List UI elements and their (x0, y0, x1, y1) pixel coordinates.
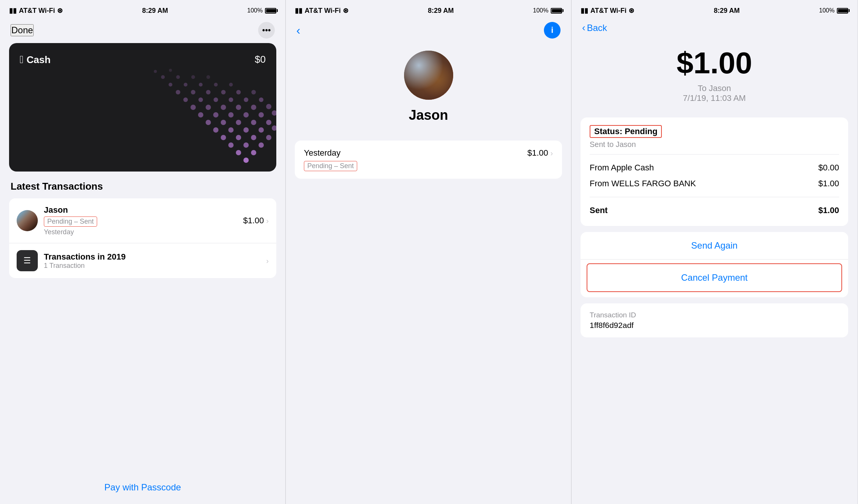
transaction-amount: $1.00 (243, 216, 264, 226)
section-title-transactions: Latest Transactions (0, 181, 285, 198)
battery-2: 100% (533, 7, 562, 14)
svg-point-50 (176, 75, 180, 79)
svg-point-20 (198, 112, 203, 117)
transactions-group-icon: ☰ (17, 250, 38, 271)
avatar-image (404, 51, 453, 100)
svg-point-52 (206, 75, 210, 79)
back-chevron-icon: ‹ (582, 22, 585, 34)
pay-passcode-button[interactable]: Pay with Passcode (0, 471, 285, 504)
svg-point-41 (221, 90, 226, 94)
svg-point-7 (236, 135, 241, 140)
pending-badge: Pending – Sent (304, 161, 357, 171)
detail-card: Status: Pending Sent to Jason From Apple… (581, 117, 848, 226)
svg-point-6 (221, 135, 226, 140)
signal-icon-1: ▮▮ (9, 6, 17, 15)
svg-point-42 (236, 90, 241, 94)
amount-to: To Jason (582, 83, 847, 93)
svg-point-53 (154, 70, 157, 73)
status-label: Status: Pending (590, 125, 662, 138)
svg-point-29 (236, 105, 241, 110)
wifi-icon-2: ⊛ (343, 6, 348, 15)
transaction-list: Jason Pending – Sent Yesterday $1.00 › ☰… (9, 198, 276, 278)
battery-icon-3 (837, 8, 848, 14)
svg-point-38 (176, 90, 180, 94)
chevron-right-icon-3: › (550, 149, 553, 158)
signal-icon-2: ▮▮ (295, 6, 302, 15)
transaction-group-subtitle: 1 Transaction (44, 262, 260, 270)
apple-cash-card:  Cash $0 /* dots generated via JS below… (9, 43, 276, 172)
battery-1: 100% (247, 7, 276, 14)
transaction-group-name: Transactions in 2019 (44, 252, 260, 262)
svg-point-51 (191, 75, 195, 79)
yesterday-label: Yesterday (304, 148, 341, 158)
carrier-2: ▮▮ AT&T Wi-Fi ⊛ (295, 6, 348, 15)
nav-bar-2: ‹ i (286, 19, 571, 43)
svg-point-47 (214, 83, 218, 87)
sent-value: $1.00 (818, 206, 839, 215)
svg-point-27 (206, 105, 211, 110)
more-button[interactable]: ••• (258, 22, 275, 39)
amount-date: 7/1/19, 11:03 AM (582, 93, 847, 103)
transaction-item-2019[interactable]: ☰ Transactions in 2019 1 Transaction › (9, 243, 276, 278)
svg-point-2 (251, 150, 256, 155)
svg-point-36 (244, 97, 248, 102)
divider-2 (590, 197, 839, 197)
yesterday-amount-row: $1.00 › (527, 148, 553, 158)
svg-point-15 (206, 120, 211, 125)
sent-total-row: Sent $1.00 (590, 203, 839, 218)
info-button[interactable]: i (544, 22, 561, 39)
transaction-date: Yesterday (44, 228, 237, 236)
svg-point-14 (272, 125, 276, 131)
back-button-2[interactable]: ‹ (296, 23, 300, 37)
send-again-button[interactable]: Send Again (581, 232, 848, 260)
from-wells-label: From WELLS FARGO BANK (590, 179, 696, 189)
transaction-item-jason[interactable]: Jason Pending – Sent Yesterday $1.00 › (9, 198, 276, 243)
transaction-id-value: 1ff8f6d92adf (590, 321, 839, 330)
svg-point-5 (259, 142, 264, 148)
svg-point-25 (272, 110, 276, 116)
svg-point-21 (213, 112, 218, 117)
screen-apple-cash: ▮▮ AT&T Wi-Fi ⊛ 8:29 AM 100% Done •••  … (0, 0, 286, 504)
battery-icon-2 (551, 8, 562, 14)
card-dots-decoration: /* dots generated via JS below */ (125, 66, 276, 172)
done-button[interactable]: Done (11, 24, 34, 36)
profile-name: Jason (409, 107, 448, 123)
status-row: Status: Pending (590, 125, 839, 138)
svg-point-26 (190, 105, 196, 110)
yesterday-amount-value: $1.00 (527, 148, 548, 158)
svg-point-45 (184, 83, 187, 87)
from-apple-cash-row: From Apple Cash $0.00 (590, 160, 839, 176)
from-apple-cash-label: From Apple Cash (590, 163, 654, 173)
divider-1 (590, 154, 839, 155)
status-bar-1: ▮▮ AT&T Wi-Fi ⊛ 8:29 AM 100% (0, 0, 285, 19)
svg-point-4 (243, 142, 249, 148)
svg-point-37 (259, 97, 263, 102)
svg-point-18 (251, 120, 256, 125)
svg-point-24 (259, 112, 264, 117)
svg-point-0 (243, 158, 249, 163)
from-apple-cash-value: $0.00 (818, 163, 839, 173)
cancel-payment-button[interactable]: Cancel Payment (587, 263, 842, 292)
battery-icon-1 (265, 8, 276, 14)
transaction-name: Jason (44, 205, 237, 215)
list-icon: ☰ (23, 256, 31, 266)
apple-logo-icon:  (20, 54, 23, 66)
svg-point-23 (243, 112, 249, 117)
svg-point-35 (229, 97, 233, 102)
wifi-icon-1: ⊛ (57, 6, 63, 15)
time-3: 8:29 AM (714, 7, 740, 15)
svg-point-10 (213, 127, 218, 133)
svg-point-31 (266, 104, 271, 109)
signal-icon-3: ▮▮ (581, 6, 588, 15)
amount-section: $1.00 To Jason 7/1/19, 11:03 AM (571, 38, 857, 114)
sent-label: Sent (590, 206, 608, 215)
svg-point-3 (228, 142, 234, 148)
svg-point-33 (198, 97, 203, 102)
avatar-jason (17, 210, 38, 231)
profile-section: Jason (286, 43, 571, 135)
yesterday-card[interactable]: Yesterday $1.00 › Pending – Sent (295, 141, 562, 179)
svg-point-9 (266, 135, 271, 140)
battery-3: 100% (819, 7, 848, 14)
status-bar-2: ▮▮ AT&T Wi-Fi ⊛ 8:29 AM 100% (286, 0, 571, 19)
back-button-3[interactable]: ‹ Back (582, 22, 607, 34)
